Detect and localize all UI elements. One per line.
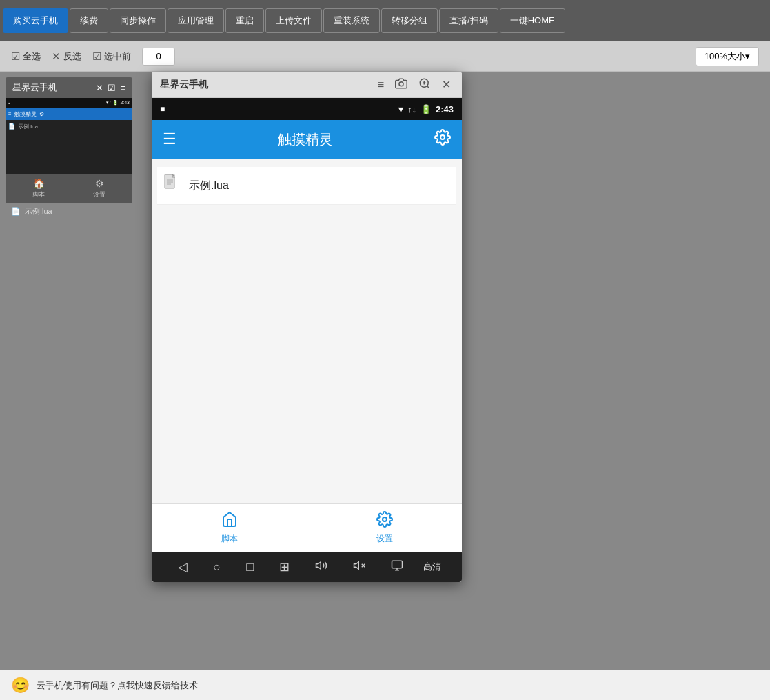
- device-screen: ▪ ▾↑ 🔋 2:43 ≡ 触摸精灵 ⚙ 📄 示例.lua: [6, 98, 132, 174]
- android-system-bar: ◁ ○ □ ⊞: [152, 552, 462, 582]
- gear-icon: ⚙: [95, 178, 104, 189]
- status-left: ■: [160, 104, 165, 114]
- app-settings-icon[interactable]: [434, 129, 451, 150]
- device-status-right: ▾↑ 🔋 2:43: [106, 100, 130, 106]
- modal-camera-button[interactable]: [392, 76, 410, 94]
- upload-button[interactable]: 上传文件: [265, 8, 322, 33]
- phone-modal: 星界云手机 ≡ ✕: [152, 72, 462, 582]
- livestream-button[interactable]: 直播/扫码: [439, 8, 498, 33]
- svg-rect-15: [392, 561, 402, 568]
- home-button[interactable]: ○: [207, 557, 226, 577]
- device-settings-label: 设置: [93, 190, 105, 199]
- android-content: 示例.lua: [152, 159, 462, 503]
- count-input[interactable]: [142, 48, 175, 66]
- panel-header-icons[interactable]: ✕ ☑ ≡: [96, 83, 125, 93]
- select-count-label: 选中前: [104, 50, 131, 63]
- left-panel: 星界云手机 ✕ ☑ ≡ ▪ ▾↑ 🔋 2:43 ≡ 触摸精灵 ⚙: [0, 72, 138, 700]
- panel-header: 星界云手机 ✕ ☑ ≡: [6, 77, 132, 98]
- screenshot-button[interactable]: [385, 557, 409, 578]
- svg-marker-11: [316, 561, 321, 569]
- select-count-item: ☑ 选中前: [92, 50, 131, 63]
- settings-nav-icon: [376, 511, 393, 532]
- device-scripts-icon[interactable]: 🏠 脚本: [32, 178, 45, 199]
- checkbox-check-icon: ☑: [92, 50, 101, 63]
- recents-button[interactable]: □: [241, 557, 259, 577]
- svg-point-10: [383, 517, 387, 521]
- status-square: ■: [160, 104, 165, 114]
- panel-title: 星界云手机: [12, 81, 57, 94]
- device-settings-icon: ⚙: [39, 111, 44, 117]
- app-title: 触摸精灵: [278, 130, 333, 149]
- device-status-left: ▪: [8, 101, 10, 106]
- svg-line-2: [427, 86, 429, 88]
- invert-item[interactable]: ✕ 反选: [52, 50, 81, 63]
- reinstall-button[interactable]: 重装系统: [323, 8, 380, 33]
- onehome-button[interactable]: 一键HOME: [500, 8, 565, 33]
- modal-close-button[interactable]: ✕: [439, 77, 454, 92]
- dropdown-arrow-icon: ▾: [745, 51, 750, 61]
- modal-menu-button[interactable]: ≡: [375, 77, 387, 92]
- modal-header-icons: ≡ ✕: [375, 76, 454, 94]
- signal-icon: ↑↓: [407, 104, 416, 114]
- svg-point-0: [399, 81, 403, 86]
- sync-button[interactable]: 同步操作: [110, 8, 166, 33]
- select-all-label: 全选: [23, 50, 41, 63]
- vol-up-button[interactable]: [310, 557, 333, 578]
- renew-button[interactable]: 续费: [70, 8, 108, 33]
- device-scripts-label: 脚本: [32, 190, 45, 199]
- main-area: 星界云手机 ✕ ☑ ≡ ▪ ▾↑ 🔋 2:43 ≡ 触摸精灵 ⚙: [0, 72, 770, 700]
- svg-point-5: [440, 135, 445, 139]
- device-settings-nav[interactable]: ⚙ 设置: [93, 178, 105, 199]
- checkbox-panel-icon[interactable]: ☑: [108, 83, 116, 93]
- checkbox-icon: ☑: [11, 50, 20, 63]
- wifi-icon: ▾: [398, 104, 403, 114]
- app-manage-button[interactable]: 应用管理: [168, 8, 224, 33]
- device-card: ▪ ▾↑ 🔋 2:43 ≡ 触摸精灵 ⚙ 📄 示例.lua: [6, 98, 132, 203]
- buy-phone-button[interactable]: 购买云手机: [3, 8, 68, 33]
- status-time: 2:43: [436, 104, 454, 114]
- invert-label: 反选: [63, 50, 81, 63]
- file-name-label: 示例.lua: [189, 179, 229, 193]
- android-bottom-nav: 脚本 设置: [152, 503, 462, 552]
- file-list-name: 示例.lua: [25, 206, 52, 217]
- close-panel-icon[interactable]: ✕: [96, 83, 103, 93]
- top-toolbar: 购买云手机 续费 同步操作 应用管理 重启 上传文件 重装系统 转移分组 直播/…: [0, 0, 770, 41]
- modal-zoom-button[interactable]: [416, 76, 434, 94]
- android-status-bar: ■ ▾ ↑↓ 🔋 2:43: [152, 98, 462, 120]
- phone-modal-header: 星界云手机 ≡ ✕: [152, 72, 462, 98]
- nav-scripts-label: 脚本: [221, 533, 238, 545]
- back-button[interactable]: ◁: [172, 557, 193, 577]
- device-app-bar: ≡ 触摸精灵 ⚙: [6, 108, 132, 120]
- android-app-bar: ☰ 触摸精灵: [152, 120, 462, 159]
- feedback-smiley-icon: 😊: [11, 677, 30, 694]
- modal-title: 星界云手机: [160, 79, 208, 91]
- battery-icon: 🔋: [421, 104, 432, 114]
- apps-button[interactable]: ⊞: [274, 557, 295, 577]
- transfer-button[interactable]: 转移分组: [381, 8, 438, 33]
- lua-file-icon: [163, 174, 181, 197]
- restart-button[interactable]: 重启: [225, 8, 264, 33]
- home-icon: 🏠: [33, 178, 45, 189]
- svg-marker-12: [354, 561, 358, 569]
- app-menu-icon[interactable]: ☰: [163, 130, 176, 148]
- menu-panel-icon[interactable]: ≡: [120, 83, 125, 93]
- device-status-bar: ▪ ▾↑ 🔋 2:43: [6, 98, 132, 108]
- size-select: 100%大小 ▾: [696, 47, 759, 66]
- sub-toolbar: ☑ 全选 ✕ 反选 ☑ 选中前 100%大小 ▾: [0, 41, 770, 72]
- vol-down-button[interactable]: [347, 557, 371, 578]
- nav-settings[interactable]: 设置: [376, 511, 393, 545]
- device-file-item: 📄 示例.lua: [8, 123, 38, 130]
- select-all-item[interactable]: ☑ 全选: [11, 50, 41, 63]
- device-bottom: 🏠 脚本 ⚙ 设置: [6, 174, 132, 203]
- feedback-text[interactable]: 云手机使用有问题？点我快速反馈给技术: [37, 679, 198, 692]
- hd-button[interactable]: 高清: [423, 561, 441, 573]
- android-screen: ■ ▾ ↑↓ 🔋 2:43 ☰ 触摸精灵: [152, 98, 462, 582]
- nav-settings-label: 设置: [376, 533, 393, 545]
- size-dropdown[interactable]: 100%大小 ▾: [696, 47, 759, 66]
- file-list-item[interactable]: 示例.lua: [157, 167, 456, 205]
- device-file-icon: 📄: [8, 123, 15, 130]
- nav-scripts[interactable]: 脚本: [221, 511, 238, 545]
- feedback-bar: 😊 云手机使用有问题？点我快速反馈给技术: [0, 670, 770, 700]
- device-file-name: 示例.lua: [18, 123, 38, 130]
- file-list-icon: 📄: [11, 207, 21, 216]
